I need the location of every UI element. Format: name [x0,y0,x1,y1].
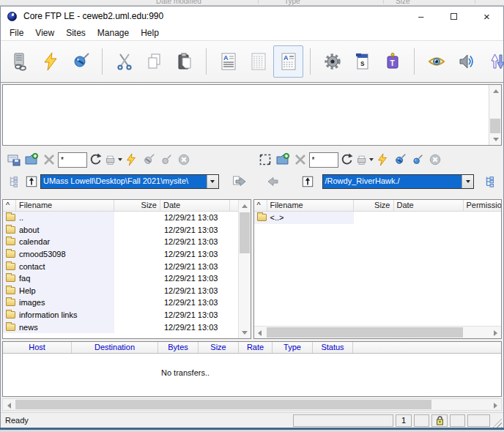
remote-list-hscrollbar[interactable] [254,326,502,338]
scroll-left-arrow[interactable] [254,327,266,339]
sync-transfers-button[interactable] [481,45,504,78]
queue-column-header[interactable]: Size [199,342,239,353]
remote-tree-view-button[interactable] [481,173,499,190]
file-row[interactable]: faq 12/29/21 13:03 [3,272,238,285]
log-scrollbar[interactable] [489,85,501,145]
resize-grip[interactable] [492,418,502,428]
column-header-date[interactable]: Date [394,200,464,211]
copy-button[interactable] [139,45,169,78]
remote-disconnect-button[interactable] [426,151,444,168]
scroll-right-arrow[interactable] [489,399,501,411]
remote-filter-input[interactable] [309,152,338,168]
close-button[interactable]: × [470,7,503,26]
upload-button[interactable] [231,173,248,190]
column-header-size[interactable]: Size [354,200,394,211]
queue-column-header[interactable]: Host [3,342,72,353]
file-row[interactable]: contact 12/29/21 13:03 [3,260,238,272]
site-manager-button[interactable] [5,45,35,78]
remote-path-value[interactable]: /Rowdy_RiverHawk./ [323,175,462,188]
remote-connect-button[interactable] [391,151,409,168]
menu-item[interactable]: File [4,26,29,40]
settings-button[interactable] [317,45,347,78]
scroll-left-arrow[interactable] [3,399,15,411]
local-path-value[interactable]: UMass Lowell\Desktop\Fall 2021\mysite\ [41,175,207,188]
remote-hscroll-thumb[interactable] [267,327,463,338]
column-header-date[interactable]: Date [160,200,230,211]
local-list-scrollbar[interactable] [238,200,251,338]
local-path-dropdown-button[interactable] [207,175,218,188]
queue-hscrollbar[interactable] [2,398,502,411]
disconnect-button[interactable] [65,45,95,78]
minimize-button[interactable]: – [404,7,437,26]
local-disconnect-button[interactable] [175,151,193,168]
sounds-button[interactable] [451,45,481,78]
template-button[interactable]: T [377,45,407,78]
menu-item[interactable]: Help [135,26,165,40]
session-log [2,84,502,146]
file-row[interactable]: about 12/29/21 13:03 [3,224,238,237]
cut-button[interactable] [109,45,139,78]
file-row[interactable]: Help 12/29/21 13:03 [3,285,238,297]
local-path-combobox[interactable]: UMass Lowell\Desktop\Fall 2021\mysite\ [40,174,219,189]
view-options-button[interactable] [105,151,122,168]
file-row[interactable]: information links 12/29/21 13:03 [3,309,238,321]
column-header-size[interactable]: Size [114,200,160,211]
view-button[interactable] [421,45,451,78]
file-row[interactable]: calendar 12/29/21 13:03 [3,236,238,248]
file-row[interactable]: .. 12/29/21 13:03 [3,212,238,224]
new-folder-button[interactable] [23,151,40,168]
file-row[interactable]: <..> [254,212,502,224]
remote-quick-connect-button[interactable] [374,151,391,168]
local-connect-button[interactable] [140,151,158,168]
ascii-mode-button[interactable]: A [213,45,243,78]
scroll-up-arrow[interactable] [489,85,502,97]
local-connect2-button[interactable] [158,151,175,168]
download-button[interactable] [265,173,283,190]
scroll-down-arrow[interactable] [239,327,251,338]
remote-up-directory-button[interactable] [299,173,316,190]
remote-view-options-button[interactable] [356,151,374,168]
queue-column-header[interactable]: Type [273,342,313,353]
local-scroll-thumb[interactable] [240,212,250,253]
auto-mode-button[interactable]: A [273,45,303,78]
queue-column-header[interactable]: Rate [239,342,273,353]
remote-delete-button[interactable] [292,151,309,168]
scroll-up-arrow[interactable] [239,200,251,212]
paste-button[interactable] [169,45,199,78]
menu-item[interactable]: View [29,26,60,40]
remote-path-dropdown-button[interactable] [462,175,473,188]
local-quick-connect-button[interactable] [122,151,140,168]
local-filter-input[interactable] [58,152,87,168]
remote-path-combobox[interactable]: /Rowdy_RiverHawk./ [322,174,475,189]
save-site-button[interactable] [5,151,23,168]
queue-column-header[interactable]: Destination [72,342,158,353]
quick-connect-button[interactable] [35,45,65,78]
menu-item[interactable]: Manage [92,26,135,40]
delete-button[interactable] [40,151,58,168]
remote-connect2-button[interactable] [409,151,426,168]
column-header-permissions[interactable]: Permissions [464,200,503,211]
file-row[interactable]: cmood53098 12/29/21 13:03 [3,248,238,261]
queue-column-header[interactable]: Status [313,342,353,353]
queue-column-header[interactable]: Bytes [158,342,199,353]
sort-indicator[interactable]: ^ [254,200,267,211]
local-tree-view-button[interactable] [5,173,23,190]
sort-indicator[interactable]: ^ [3,200,16,211]
menu-item[interactable]: Sites [60,26,92,40]
file-row[interactable]: news 12/29/21 13:03 [3,321,238,333]
refresh-button[interactable] [87,151,105,168]
binary-mode-button[interactable] [243,45,273,78]
column-header-filename[interactable]: Filename [267,200,354,211]
remote-refresh-button[interactable] [338,151,356,168]
queue-hscroll-thumb[interactable] [15,400,431,409]
scroll-right-arrow[interactable] [489,327,501,339]
file-row[interactable]: images 12/29/21 13:03 [3,297,238,309]
column-header-filename[interactable]: Filename [16,200,114,211]
scroll-down-arrow[interactable] [489,133,502,145]
maximize-button[interactable] [437,7,470,26]
remote-new-folder-button[interactable] [274,151,292,168]
log-scroll-thumb[interactable] [490,119,500,133]
script-edit-button[interactable]: s [347,45,377,78]
select-button[interactable] [256,151,274,168]
local-up-directory-button[interactable] [23,173,40,190]
